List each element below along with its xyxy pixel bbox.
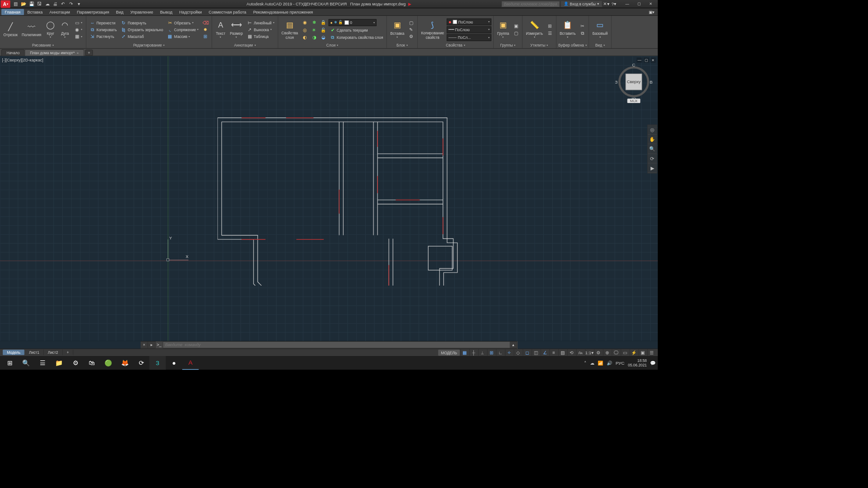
nav-wheel-icon[interactable]: ◎ <box>648 125 657 135</box>
qat-dropdown-icon[interactable]: ▾ <box>75 0 82 7</box>
qat-redo-icon[interactable]: ↷ <box>67 0 74 7</box>
layer-combo[interactable]: ●❄🔓0▾ <box>329 19 377 26</box>
clip-cut[interactable]: ✂ <box>578 23 586 29</box>
trim-button[interactable]: ✂Обрезать▾ <box>166 20 200 26</box>
paste-button[interactable]: 📋Вставить▾ <box>558 19 577 40</box>
settings-button[interactable]: ⚙ <box>67 356 84 370</box>
maximize-button[interactable]: ▢ <box>633 0 645 8</box>
sb-hardware-icon[interactable]: ⚡ <box>630 349 638 356</box>
color-combo[interactable]: ●ПоСлою▾ <box>447 19 491 25</box>
layer-tool5[interactable]: ☀ <box>310 27 318 33</box>
exchange-icon[interactable]: ✕▾ <box>603 0 610 7</box>
mirror-button[interactable]: ⧎Отразить зеркально <box>119 27 165 33</box>
nav-pan-icon[interactable]: ✋ <box>648 135 657 144</box>
qat-new-icon[interactable]: ▥ <box>12 0 19 7</box>
minimize-button[interactable]: — <box>622 0 633 8</box>
make-current-button[interactable]: ✔Сделать текущим <box>329 27 369 33</box>
layout-add-button[interactable]: + <box>62 349 73 355</box>
block-tool1[interactable]: ▢ <box>407 20 415 26</box>
tab-collab[interactable]: Совместная работа <box>205 9 250 15</box>
3dsmax-button[interactable]: 3 <box>149 356 165 370</box>
sb-3dosnap-icon[interactable]: ◫ <box>532 349 540 356</box>
vp-max-icon[interactable]: ▢ <box>644 57 649 62</box>
sb-osnap-icon[interactable]: ◻ <box>523 349 531 356</box>
tab-document[interactable]: План дома моды импорт*× <box>25 49 84 56</box>
sb-transparency-icon[interactable]: ▨ <box>558 349 566 356</box>
tab-close-icon[interactable]: × <box>77 51 79 55</box>
tab-featured[interactable]: Рекомендованные приложения <box>250 9 316 15</box>
sb-isolate-icon[interactable]: ▭ <box>621 349 629 356</box>
steam-button[interactable]: ⟳ <box>133 356 149 370</box>
layer-tool2[interactable]: ❄ <box>310 19 318 26</box>
compass-e[interactable]: В <box>650 79 653 84</box>
line-button[interactable]: ╱Отрезок <box>2 21 19 38</box>
ellipse-button[interactable]: ◉▾ <box>73 27 84 33</box>
copy-layer-props-button[interactable]: ⧉Копировать свойства слоя <box>329 34 385 40</box>
circle-button[interactable]: ◯Круг▾ <box>44 19 57 40</box>
tray-chevron-icon[interactable]: ˄ <box>584 361 586 366</box>
tab-addins[interactable]: Надстройки <box>176 9 205 15</box>
group-tool2[interactable]: ▢ <box>512 30 520 36</box>
nav-showmotion-icon[interactable]: ▶ <box>648 163 657 173</box>
sb-scale-label[interactable]: 1:1▾ <box>585 349 593 356</box>
base-view-button[interactable]: ▭Базовый▾ <box>591 19 609 40</box>
sb-infer-icon[interactable]: ⟂ <box>478 349 486 356</box>
tab-add-button[interactable]: + <box>85 50 93 56</box>
tab-home[interactable]: Главная <box>1 9 24 15</box>
layer-tool4[interactable]: ◎ <box>301 27 309 33</box>
edge-button[interactable]: 🟢 <box>100 356 116 370</box>
sb-annoscale-icon[interactable]: 🗛 <box>576 349 585 356</box>
array-button[interactable]: ▦Массив▾ <box>166 33 200 40</box>
fillet-button[interactable]: ◟Сопряжение▾ <box>166 27 200 33</box>
tab-insert[interactable]: Вставка <box>24 9 46 15</box>
leader-button[interactable]: ↗Выноска▾ <box>245 27 276 33</box>
rect-button[interactable]: ▭▾ <box>73 20 84 26</box>
search-button[interactable]: 🔍 <box>18 356 34 370</box>
sb-otrack-icon[interactable]: ∠ <box>541 349 549 356</box>
nav-orbit-icon[interactable]: ⟳ <box>648 154 657 163</box>
rotate-button[interactable]: ↻Повернуть <box>119 20 165 26</box>
vp-min-icon[interactable]: — <box>637 57 642 62</box>
sb-grid-icon[interactable]: ▦ <box>460 349 468 356</box>
sb-dyninput-icon[interactable]: ⊞ <box>487 349 495 356</box>
sb-snap-icon[interactable]: ┼ <box>469 349 477 356</box>
command-input[interactable] <box>163 342 510 348</box>
compass-s[interactable]: Ю <box>632 96 636 101</box>
layer-tool7[interactable]: ◐ <box>301 34 309 40</box>
autocad-taskbar-button[interactable]: A <box>182 356 198 370</box>
tray-lang[interactable]: РУС <box>616 361 625 366</box>
firefox-button[interactable]: 🦊 <box>117 356 133 370</box>
sb-clean-icon[interactable]: ▣ <box>639 349 647 356</box>
layer-tool8[interactable]: ◑ <box>310 34 318 40</box>
store-button[interactable]: 🛍 <box>84 356 100 370</box>
viewcube-face[interactable]: Сверху <box>626 74 642 90</box>
compass-n[interactable]: С <box>632 62 635 67</box>
cmd-close-icon[interactable]: × <box>141 342 148 348</box>
group-button[interactable]: ▣Группа▾ <box>496 19 510 40</box>
stretch-button[interactable]: ⇲Растянуть <box>88 33 118 40</box>
viewcube[interactable]: С Ю В З Сверху МСК <box>617 66 651 111</box>
cmd-recent-icon[interactable]: ▸ <box>148 342 156 348</box>
explorer-button[interactable]: 📁 <box>51 356 67 370</box>
sb-custom-icon[interactable]: ☰ <box>647 349 656 356</box>
tray-clock[interactable]: 18:58 05.06.2021 <box>628 358 647 367</box>
sb-cycle-icon[interactable]: ⟲ <box>567 349 576 356</box>
tray-notifications-icon[interactable]: 💬 <box>650 361 656 366</box>
app-button[interactable]: ● <box>166 356 182 370</box>
text-button[interactable]: AТекст▾ <box>214 19 227 40</box>
dimension-button[interactable]: ⟷Размер▾ <box>228 19 244 40</box>
viewport-label[interactable]: [-][Сверху][2D-каркас] <box>2 57 43 62</box>
tray-volume-icon[interactable]: 🔊 <box>607 361 612 366</box>
tab-annotate[interactable]: Аннотации <box>46 9 74 15</box>
sb-monitor-icon[interactable]: 🖵 <box>612 349 620 356</box>
compass-w[interactable]: З <box>615 79 618 84</box>
layer-props-button[interactable]: ▤Свойства слоя <box>280 19 300 40</box>
sb-ws-icon[interactable]: ⊕ <box>603 349 611 356</box>
move-button[interactable]: ↔Перенести <box>88 20 118 26</box>
taskview-button[interactable]: ☰ <box>34 356 51 370</box>
hatch-button[interactable]: ▦▾ <box>73 33 84 40</box>
copy-button[interactable]: ⧉Копировать <box>88 27 118 33</box>
polyline-button[interactable]: 〰Полилиния <box>20 21 42 38</box>
drawing-viewport[interactable]: [-][Сверху][2D-каркас] — ▢ ✕ С Ю В З Све… <box>0 56 658 341</box>
vp-close-icon[interactable]: ✕ <box>651 57 656 62</box>
